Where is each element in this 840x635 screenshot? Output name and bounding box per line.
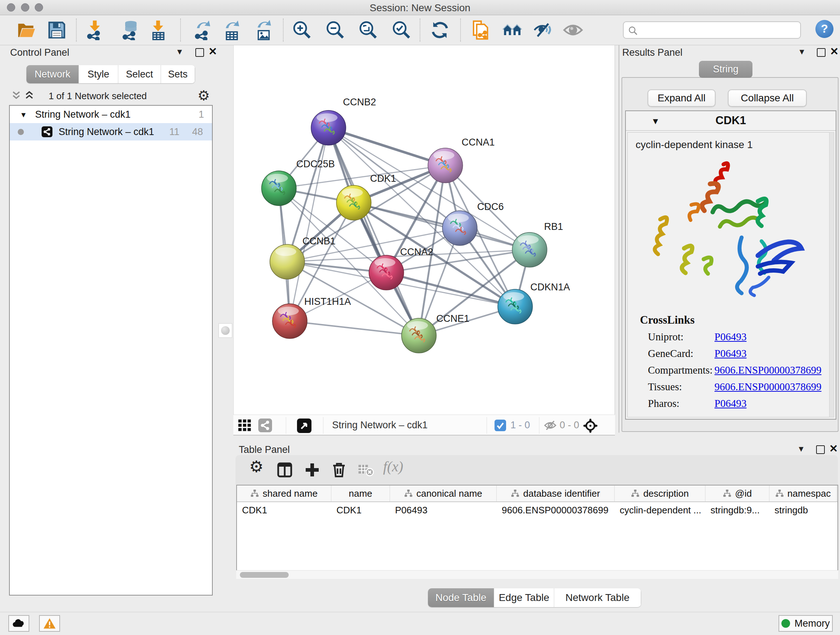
table-cell: P06493 (390, 502, 497, 518)
column-header-canonical-name[interactable]: canonical name (390, 486, 497, 501)
network-collection-row[interactable]: ▼ String Network – cdk1 1 (10, 106, 212, 123)
selected-checkbox-icon[interactable] (494, 420, 506, 431)
collection-caret-icon[interactable]: ▼ (20, 111, 27, 119)
warning-status-button[interactable] (39, 615, 60, 632)
import-network-from-database-button[interactable] (120, 20, 141, 40)
results-scrollbar[interactable] (829, 132, 834, 417)
selected-counts: 1 - 0 (510, 420, 530, 431)
crosslink-link[interactable]: 9606.ENSP00000378699 (714, 364, 821, 376)
import-table-button[interactable] (148, 20, 168, 40)
tab-node-table[interactable]: Node Table (428, 588, 494, 607)
birdseye-view-icon[interactable] (297, 418, 311, 433)
import-network-icon (85, 20, 105, 40)
zoom-in-button[interactable] (292, 20, 312, 40)
panel-menu-caret-icon[interactable]: ▾ (177, 46, 182, 57)
tab-network[interactable]: Network (27, 65, 79, 83)
show-panels-button[interactable] (563, 20, 583, 40)
network-view-share-icon[interactable] (258, 418, 272, 432)
float-panel-icon[interactable] (817, 48, 826, 57)
crosslink-link[interactable]: P06493 (714, 348, 747, 359)
column-header-description[interactable]: description (615, 486, 706, 501)
two-houses-icon (502, 20, 523, 40)
tab-network-table[interactable]: Network Table (554, 588, 641, 607)
network-canvas[interactable]: CCNB2CCNA1CDC25BCDK1CDC6RB1CCNB1CCNA2CDK… (233, 45, 615, 415)
node-label-RB1: RB1 (544, 221, 563, 232)
refresh-button[interactable] (430, 20, 450, 40)
column-header-database-identifier[interactable]: database identifier (497, 486, 615, 501)
export-network-button[interactable] (193, 20, 213, 40)
shared-column-icon (723, 489, 731, 498)
hidden-eye-slash-icon (544, 420, 557, 431)
table-panel: Table Panel ▾ ✕ ⚙ f(x) shared namenameca… (233, 436, 840, 612)
table-options-gear-icon[interactable]: ⚙ (249, 457, 264, 476)
float-panel-icon[interactable] (195, 48, 204, 57)
delete-column-trash-icon[interactable] (330, 461, 347, 478)
toolbar-separator (76, 19, 77, 42)
close-panel-icon[interactable]: ✕ (208, 45, 217, 57)
memory-button[interactable]: Memory (778, 615, 833, 632)
network-view-title: String Network – cdk1 (332, 420, 428, 431)
grid-view-icon[interactable] (238, 418, 252, 432)
table-cell: cyclin-dependent ... (615, 502, 706, 518)
column-header--id[interactable]: @id (706, 486, 769, 501)
current-network-dot (18, 129, 24, 135)
save-session-button[interactable] (47, 20, 67, 40)
zoom-selected-button[interactable] (392, 20, 412, 40)
tab-style[interactable]: Style (79, 65, 118, 83)
search-input[interactable] (641, 23, 797, 37)
protein-structure-image (649, 158, 808, 310)
gene-name: CDK1 (626, 114, 836, 127)
network-options-gear-icon[interactable]: ⚙ (197, 88, 210, 103)
tab-string[interactable]: String (699, 61, 752, 78)
network-row[interactable]: String Network – cdk1 11 48 (10, 123, 212, 141)
zoom-fit-button[interactable] (358, 20, 378, 40)
tab-edge-table[interactable]: Edge Table (494, 588, 554, 607)
crosslink-link[interactable]: P06493 (714, 331, 747, 343)
gene-section-header[interactable]: ▼ CDK1 (626, 111, 836, 131)
memory-status-dot (782, 619, 790, 628)
import-network-button[interactable] (85, 20, 105, 40)
crosslink-link[interactable]: 9606.ENSP00000378699 (714, 381, 821, 393)
import-database-icon (120, 20, 141, 40)
open-session-button[interactable] (16, 20, 36, 40)
crosshair-icon[interactable] (583, 418, 598, 433)
node-label-CCNB2: CCNB2 (343, 97, 376, 108)
home-view-button[interactable] (502, 20, 523, 40)
cloud-status-button[interactable] (8, 615, 29, 632)
create-column-plus-icon[interactable] (303, 461, 321, 478)
column-header-shared-name[interactable]: shared name (237, 486, 332, 501)
panel-menu-caret-icon[interactable]: ▾ (799, 46, 804, 57)
column-header-namespac[interactable]: namespac (769, 486, 837, 501)
show-columns-icon[interactable] (276, 461, 294, 478)
close-panel-icon[interactable]: ✕ (829, 442, 838, 455)
table-row[interactable]: CDK1CDK1P064939606.ENSP00000378699cyclin… (237, 502, 837, 518)
help-button[interactable]: ? (815, 20, 834, 38)
collapse-all-button[interactable]: Collapse All (728, 89, 807, 107)
network-node-count: 11 (169, 126, 180, 138)
save-icon (47, 20, 67, 40)
tab-sets[interactable]: Sets (161, 65, 195, 83)
hidden-counts: 0 - 0 (560, 420, 579, 431)
expand-all-button[interactable]: Expand All (647, 89, 715, 107)
tab-select[interactable]: Select (118, 65, 161, 83)
shared-column-icon (250, 489, 259, 498)
crosslink-link[interactable]: P06493 (714, 397, 747, 409)
export-image-icon (253, 20, 273, 40)
column-header-name[interactable]: name (332, 486, 390, 501)
zoom-out-button[interactable] (325, 20, 346, 40)
left-splitter-handle[interactable] (218, 323, 232, 338)
open-in-browser-button[interactable] (471, 20, 491, 40)
export-image-button[interactable] (253, 20, 273, 40)
table-cell: CDK1 (237, 502, 332, 518)
table-cell: stringdb (769, 502, 837, 518)
hide-panels-button[interactable] (532, 20, 553, 40)
gene-section-body: cyclin-dependent kinase 1 (627, 132, 832, 417)
close-panel-icon[interactable]: ✕ (830, 45, 838, 57)
table-hscroll-thumb[interactable] (240, 572, 289, 578)
window-title: Session: New Session (0, 2, 840, 14)
export-table-button[interactable] (221, 20, 242, 40)
float-panel-icon[interactable] (816, 445, 825, 454)
panel-menu-caret-icon[interactable]: ▾ (799, 443, 804, 454)
table-cell: stringdb:9... (706, 502, 769, 518)
table-hscrollbar (236, 570, 838, 579)
